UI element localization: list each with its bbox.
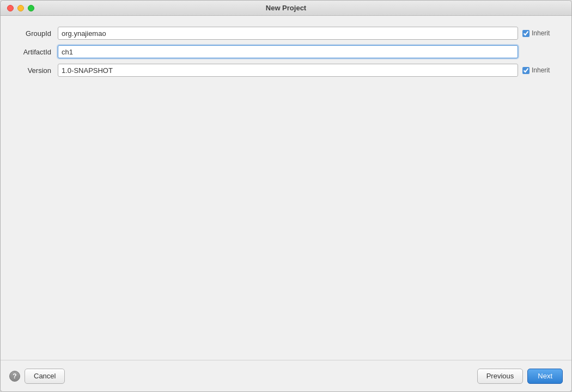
- bottom-right-controls: Previous Next: [477, 369, 563, 384]
- version-label: Version: [11, 66, 58, 75]
- version-row: Version Inherit: [11, 64, 561, 77]
- groupid-inherit-label: Inherit: [532, 29, 550, 37]
- groupid-input[interactable]: [58, 27, 518, 40]
- groupid-inherit-wrap: Inherit: [522, 29, 561, 37]
- cancel-button[interactable]: Cancel: [25, 369, 65, 384]
- next-button[interactable]: Next: [527, 369, 563, 384]
- groupid-row: GroupId Inherit: [11, 27, 561, 40]
- artifactid-input[interactable]: [58, 45, 518, 58]
- minimize-button[interactable]: [17, 5, 24, 11]
- artifactid-label: ArtifactId: [11, 48, 58, 56]
- titlebar: New Project: [1, 1, 571, 16]
- form-content: GroupId Inherit ArtifactId Version Inher…: [1, 16, 571, 193]
- content-spacer: [1, 193, 571, 360]
- groupid-label: GroupId: [11, 29, 58, 38]
- version-inherit-checkbox[interactable]: [522, 67, 530, 74]
- new-project-window: New Project GroupId Inherit ArtifactId V…: [0, 0, 572, 392]
- version-inherit-wrap: Inherit: [522, 66, 561, 74]
- maximize-button[interactable]: [28, 5, 34, 11]
- bottom-left-controls: ? Cancel: [9, 369, 65, 384]
- help-button[interactable]: ?: [9, 371, 20, 382]
- bottom-bar: ? Cancel Previous Next: [1, 360, 571, 391]
- close-button[interactable]: [7, 5, 14, 11]
- artifactid-row: ArtifactId: [11, 45, 561, 58]
- window-controls: [7, 5, 34, 11]
- version-inherit-label: Inherit: [532, 66, 550, 74]
- window-title: New Project: [266, 4, 306, 12]
- groupid-inherit-checkbox[interactable]: [522, 30, 530, 37]
- previous-button[interactable]: Previous: [477, 369, 524, 384]
- version-input[interactable]: [58, 64, 518, 77]
